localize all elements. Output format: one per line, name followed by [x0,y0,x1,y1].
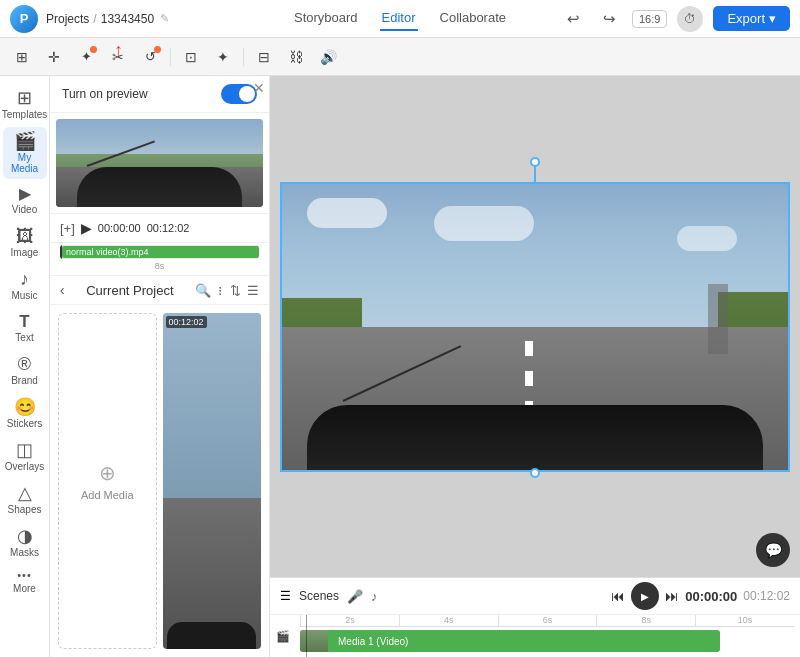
sidebar-item-video[interactable]: ▶ Video [3,181,47,220]
chat-fab-button[interactable]: 💬 [756,533,790,567]
timeline-current-time: 00:00:00 [685,589,737,604]
sidebar-item-music[interactable]: ♪ Music [3,265,47,306]
current-time: 00:00:00 [98,222,141,234]
shapes-label: Shapes [8,504,42,515]
align-tool-button[interactable]: ⊟ [250,43,278,71]
move-tool-button[interactable]: ✛ [40,43,68,71]
sidebar-item-templates[interactable]: ⊞ Templates [3,84,47,125]
breadcrumb-projects[interactable]: Projects [46,12,89,26]
nav-right-actions: ↩ ↪ 16:9 ⏱ Export ▾ [560,6,790,32]
ruler-mark-8s: 8s [596,615,695,626]
tab-editor[interactable]: Editor [380,6,418,31]
fit-tool-button[interactable]: ⊡ [177,43,205,71]
mic-icon[interactable]: 🎤 [347,589,363,604]
top-navigation: P Projects / 13343450 ✎ Storyboard Edito… [0,0,800,38]
more-label: More [13,583,36,594]
video-controls: [+] ▶ 00:00:00 00:12:02 [50,214,269,243]
sort-media-button[interactable]: ⇅ [230,283,241,298]
note-icon[interactable]: ♪ [371,589,378,604]
car-hood [77,167,243,207]
play-icon: ▶ [641,591,649,602]
timeline-area: ☰ Scenes 🎤 ♪ ⏮ ▶ ⏭ 00:00:00 00:12:02 🎬 [270,577,800,657]
timeline-ruler[interactable]: 2s 4s 6s 8s 10s Media 1 (Video) [300,615,794,657]
canvas-handle-bottom[interactable] [530,468,540,478]
panel-close-button[interactable]: ✕ [253,80,265,96]
total-time: 00:12:02 [147,222,190,234]
sidebar-item-masks[interactable]: ◑ Masks [3,522,47,563]
timeline-controls: ⏮ ▶ ⏭ 00:00:00 00:12:02 [611,582,790,610]
back-button[interactable]: ‹ [60,282,65,298]
skip-forward-button[interactable]: ⏭ [665,588,679,604]
audio-tool-button[interactable]: 🔊 [314,43,342,71]
canvas-container [280,182,790,472]
breadcrumb-project-id[interactable]: 13343450 [101,12,154,26]
music-icon: ♪ [20,270,29,288]
video-icon: ▶ [19,186,31,202]
mini-timeline-track[interactable]: normal video(3).mp4 [60,245,259,259]
media-panel-header: ‹ Current Project 🔍 ⫶ ⇅ ☰ [50,276,269,305]
timeline-markers: 8s [60,261,259,271]
text-label: Text [15,332,33,343]
media-grid: ⊕ Add Media 00:12:02 normal video(3).m..… [50,305,269,657]
canvas-area: 💬 ☰ Scenes 🎤 ♪ ⏮ ▶ ⏭ 00:00:00 00:12:02 [270,76,800,657]
mini-timeline: normal video(3).mp4 8s [50,243,269,276]
scenes-icon: ☰ [280,589,291,603]
media-item[interactable]: 00:12:02 normal video(3).m... [163,313,262,649]
effect-tool-button[interactable]: ✦ [72,43,100,71]
tab-collaborate[interactable]: Collaborate [438,6,509,31]
canvas-wrapper[interactable] [270,76,800,577]
undo-button[interactable]: ↩ [560,6,586,32]
my-media-label: My Media [5,152,45,174]
magic-tool-button[interactable]: ✦ [209,43,237,71]
user-avatar[interactable]: ⏱ [677,6,703,32]
canvas-handle-top[interactable] [530,157,540,167]
tab-storyboard[interactable]: Storyboard [292,6,360,31]
timeline-play-button[interactable]: ▶ [631,582,659,610]
sidebar-item-brand[interactable]: ® Brand [3,350,47,391]
sidebar-item-text[interactable]: T Text [3,308,47,348]
aspect-ratio-selector[interactable]: 16:9 [632,10,667,28]
play-button[interactable]: ▶ [81,220,92,236]
expand-button[interactable]: [+] [60,221,75,236]
edit-project-icon[interactable]: ✎ [160,12,169,25]
rotate-tool-button[interactable]: ↺ [136,43,164,71]
redo-button[interactable]: ↪ [596,6,622,32]
sidebar-item-shapes[interactable]: △ Shapes [3,479,47,520]
sidebar: ⊞ Templates 🎬 My Media ▶ Video 🖼 Image ♪… [0,76,50,657]
timeline-clip[interactable]: normal video(3).mp4 [62,246,259,258]
sidebar-item-overlays[interactable]: ◫ Overlays [3,436,47,477]
preview-toggle-switch[interactable] [221,84,257,104]
add-media-icon: ⊕ [99,461,116,485]
cloud-3 [434,206,534,241]
stickers-label: Stickers [7,418,43,429]
split-tool-button[interactable]: ✂ [104,43,132,71]
search-media-button[interactable]: 🔍 [195,283,211,298]
templates-icon: ⊞ [17,89,32,107]
canvas-frame[interactable] [280,182,790,472]
clip-bar-label: Media 1 (Video) [338,636,408,647]
masks-label: Masks [10,547,39,558]
filter-media-button[interactable]: ⫶ [217,283,224,298]
chat-icon: 💬 [765,542,782,558]
timeline-clip-bar[interactable]: Media 1 (Video) [300,630,720,652]
media-panel-actions: 🔍 ⫶ ⇅ ☰ [195,283,259,298]
export-button[interactable]: Export ▾ [713,6,790,31]
my-media-icon: 🎬 [14,132,36,150]
list-view-button[interactable]: ☰ [247,283,259,298]
sidebar-item-more[interactable]: ••• More [3,565,47,599]
masks-icon: ◑ [17,527,33,545]
templates-label: Templates [2,109,48,120]
left-panel: Turn on preview ✕ [+] ▶ 00:00:00 00:12:0… [50,76,270,657]
brand-icon: ® [18,355,31,373]
add-media-button[interactable]: ⊕ Add Media [58,313,157,649]
link-tool-button[interactable]: ⛓ [282,43,310,71]
toolbar-separator-1 [170,48,171,66]
sidebar-item-my-media[interactable]: 🎬 My Media [3,127,47,179]
ruler-mark-10s: 10s [695,615,794,626]
sidebar-item-stickers[interactable]: 😊 Stickers [3,393,47,434]
brand-label: Brand [11,375,38,386]
crop-tool-button[interactable]: ⊞ [8,43,36,71]
image-label: Image [11,247,39,258]
sidebar-item-image[interactable]: 🖼 Image [3,222,47,263]
skip-back-button[interactable]: ⏮ [611,588,625,604]
